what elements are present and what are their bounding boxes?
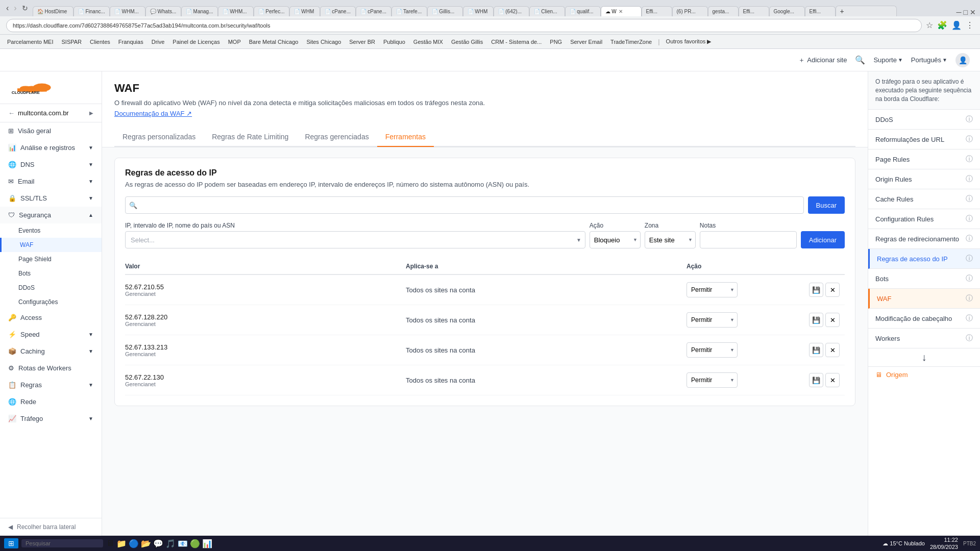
extension-icon[interactable]: 🧩 xyxy=(937,20,947,30)
sidebar-item-pageshield[interactable]: Page Shield xyxy=(0,252,102,266)
search-icon[interactable]: 🔍 xyxy=(855,55,865,65)
right-panel-ip-access[interactable]: Regras de acesso do IP ⓘ xyxy=(868,249,980,269)
bookmark-parcelamento[interactable]: Parcelamento MEI xyxy=(4,38,56,46)
sidebar-item-rede[interactable]: 🌐 Rede xyxy=(0,393,102,410)
info-icon-ipaccess[interactable]: ⓘ xyxy=(966,254,973,263)
zone-select[interactable]: Este site xyxy=(645,231,696,248)
right-panel-config-rules[interactable]: Configuration Rules ⓘ xyxy=(868,209,980,229)
taskbar-icon-9[interactable]: 📊 xyxy=(202,539,212,548)
tab-cpanel2[interactable]: 📄 cPane... xyxy=(356,6,391,16)
collapse-sidebar-button[interactable]: ◀ Recolher barra lateral xyxy=(0,518,102,536)
add-site-button[interactable]: ＋ Adicionar site xyxy=(798,56,847,65)
tab-whats[interactable]: 💬 Whats... xyxy=(145,6,181,16)
tab-ferramentas[interactable]: Ferramentas xyxy=(377,128,434,147)
reload-button[interactable]: ↻ xyxy=(20,4,30,12)
save-row-4-button[interactable]: 💾 xyxy=(809,373,823,387)
right-panel-redirect-rules[interactable]: Regras de redirecionamento ⓘ xyxy=(868,229,980,249)
sidebar-item-speed[interactable]: ⚡ Speed ▼ xyxy=(0,326,102,343)
tab-whm4[interactable]: 📄 WHM xyxy=(463,6,494,16)
tab-perfec[interactable]: 📄 Perfec... xyxy=(254,6,289,16)
tab-whm1[interactable]: 📄 WHM... xyxy=(110,6,145,16)
tab-pr[interactable]: (6) PR... xyxy=(672,6,708,16)
star-icon[interactable]: ☆ xyxy=(926,20,933,30)
sidebar-item-configuracoes[interactable]: Configurações xyxy=(0,295,102,309)
sidebar-item-visao[interactable]: ⊞ Visão geral xyxy=(0,122,102,139)
bookmark-server-br[interactable]: Server BR xyxy=(346,38,378,46)
taskbar-icon-5[interactable]: 💬 xyxy=(153,539,163,548)
info-icon-waf[interactable]: ⓘ xyxy=(966,294,973,303)
sidebar-item-waf[interactable]: WAF xyxy=(0,238,102,252)
menu-icon[interactable]: ⋮ xyxy=(966,20,974,30)
tab-manag[interactable]: 📄 Manag... xyxy=(181,6,218,16)
ip-select[interactable]: Select... xyxy=(125,231,585,248)
tab-whm2[interactable]: 📄 WHM... xyxy=(218,6,254,16)
row-action-select-3[interactable]: Permitir xyxy=(687,342,738,358)
info-icon-ddos[interactable]: ⓘ xyxy=(966,115,973,124)
right-panel-waf[interactable]: WAF ⓘ xyxy=(868,289,980,309)
taskbar-icon-4[interactable]: 📂 xyxy=(141,539,151,548)
tab-642[interactable]: 📄 (642)... xyxy=(494,6,529,16)
row-action-select-4[interactable]: Permitir xyxy=(687,372,738,388)
info-icon-redirectrules[interactable]: ⓘ xyxy=(966,234,973,243)
save-row-2-button[interactable]: 💾 xyxy=(809,313,823,327)
delete-row-1-button[interactable]: ✕ xyxy=(825,283,840,297)
bookmark-gestao-gillis[interactable]: Gestão Gillis xyxy=(448,38,486,46)
sidebar-item-workers[interactable]: ⚙ Rotas de Workers xyxy=(0,360,102,377)
forward-button[interactable]: › xyxy=(12,4,18,13)
bookmark-gestao-mix[interactable]: Gestão MIX xyxy=(410,38,446,46)
maximize-button[interactable]: □ xyxy=(964,8,968,16)
info-icon-bots[interactable]: ⓘ xyxy=(966,274,973,283)
tab-gesta[interactable]: gesta... xyxy=(708,6,739,16)
tab-clien[interactable]: 📄 Clien... xyxy=(529,6,565,16)
bookmark-outros[interactable]: Outros favoritos ▶ xyxy=(663,37,715,46)
bookmark-clientes[interactable]: Clientes xyxy=(87,38,113,46)
tab-cpanel1[interactable]: 📄 cPane... xyxy=(320,6,356,16)
support-button[interactable]: Suporte ▼ xyxy=(873,56,902,64)
info-icon-pagerules[interactable]: ⓘ xyxy=(966,155,973,164)
tab-gillis[interactable]: 📄 Gillis... xyxy=(427,6,463,16)
bookmark-painel[interactable]: Painel de Licenças xyxy=(169,38,223,46)
bookmark-franquias[interactable]: Franquias xyxy=(115,38,146,46)
taskbar-icon-3[interactable]: 🔵 xyxy=(129,539,139,548)
save-row-3-button[interactable]: 💾 xyxy=(809,343,823,357)
right-panel-reformulacoes[interactable]: Reformulações de URL ⓘ xyxy=(868,130,980,149)
bookmark-server-email[interactable]: Server Email xyxy=(567,38,605,46)
taskbar-icon-6[interactable]: 🎵 xyxy=(165,539,176,548)
sidebar-item-eventos[interactable]: Eventos xyxy=(0,223,102,238)
taskbar-icon-8[interactable]: 🟢 xyxy=(190,539,200,548)
address-bar[interactable]: https://dash.cloudflare.com/7d6027388649… xyxy=(6,19,922,32)
add-button[interactable]: Adicionar xyxy=(801,231,845,248)
minimize-button[interactable]: ─ xyxy=(957,8,962,16)
right-panel-cache-rules[interactable]: Cache Rules ⓘ xyxy=(868,189,980,209)
delete-row-4-button[interactable]: ✕ xyxy=(825,373,840,387)
notes-input[interactable] xyxy=(700,231,797,248)
user-avatar[interactable]: 👤 xyxy=(955,53,970,67)
row-action-select-2[interactable]: Permitir xyxy=(687,312,738,328)
start-button[interactable]: ⊞ xyxy=(4,538,18,548)
tab-qualif[interactable]: 📄 qualif... xyxy=(565,6,601,16)
taskbar-search-input[interactable] xyxy=(21,539,103,547)
info-icon-cacherules[interactable]: ⓘ xyxy=(966,194,973,204)
bookmark-publiquo[interactable]: Publiquo xyxy=(380,38,408,46)
close-button[interactable]: ✕ xyxy=(970,8,976,16)
search-button[interactable]: Buscar xyxy=(808,196,845,214)
user-icon[interactable]: 👤 xyxy=(951,20,962,30)
info-icon-headermod[interactable]: ⓘ xyxy=(966,314,973,323)
info-icon-workers[interactable]: ⓘ xyxy=(966,334,973,343)
sidebar-item-ddos[interactable]: DDoS xyxy=(0,281,102,295)
sidebar-item-dns[interactable]: 🌐 DNS ▼ xyxy=(0,156,102,173)
tab-regras-gerenciadas[interactable]: Regras gerenciadas xyxy=(297,128,377,147)
bookmark-sispar[interactable]: SISPAR xyxy=(58,38,85,46)
taskbar-icon-7[interactable]: 📧 xyxy=(178,539,188,548)
waf-docs-link[interactable]: Documentação da WAF ↗ xyxy=(114,110,192,117)
sidebar-item-caching[interactable]: 📦 Caching ▼ xyxy=(0,343,102,360)
bookmark-mop[interactable]: MOP xyxy=(225,38,244,46)
bookmark-bare-metal[interactable]: Bare Metal Chicago xyxy=(246,38,302,46)
tab-google[interactable]: Google... xyxy=(769,6,805,16)
delete-row-3-button[interactable]: ✕ xyxy=(825,343,840,357)
right-panel-header-mod[interactable]: Modificação de cabeçalho ⓘ xyxy=(868,309,980,329)
tab-tarefe[interactable]: 📄 Tarefe... xyxy=(391,6,427,16)
tab-cloudflare-active[interactable]: ☁ W ✕ xyxy=(601,6,642,16)
tab-effi3[interactable]: Effi... xyxy=(805,6,836,16)
origem-button[interactable]: 🖥 Origem xyxy=(868,366,980,383)
